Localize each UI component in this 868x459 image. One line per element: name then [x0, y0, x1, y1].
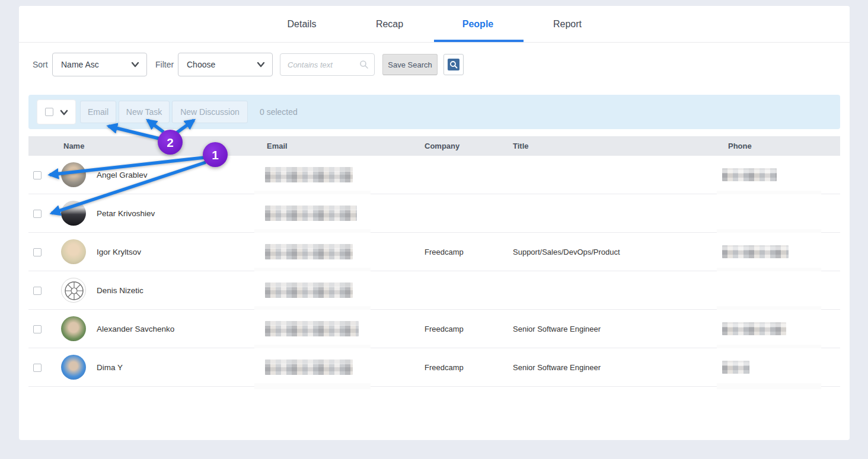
- table-row[interactable]: Angel Grablev: [28, 156, 840, 194]
- col-header-title: Title: [513, 136, 529, 156]
- avatar: [61, 162, 86, 187]
- table-row[interactable]: Denis Nizetic: [28, 271, 840, 310]
- person-name: Petar Krivoshiev: [97, 194, 155, 233]
- redacted-phone: [722, 168, 777, 181]
- tab-people[interactable]: People: [462, 6, 493, 43]
- avatar: [61, 201, 86, 226]
- company-cell: Freedcamp: [425, 233, 464, 271]
- active-tab-underline: [434, 40, 524, 42]
- redacted-phone: [722, 322, 786, 335]
- filter-label: Filter: [155, 53, 174, 76]
- chevron-down-icon: [257, 60, 265, 69]
- redaction-ghost: [717, 383, 821, 389]
- people-table: Name Email Company Title Phone Angel Gra…: [28, 136, 840, 387]
- content-card: Details Recap People Report Sort Name As…: [19, 6, 850, 440]
- redacted-email: [265, 206, 357, 221]
- redacted-email: [265, 244, 353, 259]
- contains-text-searchbox: [280, 53, 375, 76]
- new-task-button[interactable]: New Task: [119, 101, 170, 123]
- person-name: Angel Grablev: [97, 156, 148, 194]
- title-cell: Support/Sales/DevOps/Product: [513, 233, 620, 271]
- table-row[interactable]: Dima Y Freedcamp Senior Software Enginee…: [28, 348, 840, 387]
- sort-filter-toolbar: Sort Name Asc Filter Choose Save Search: [19, 53, 850, 76]
- redacted-email: [265, 167, 353, 182]
- sort-dropdown-value: Name Asc: [61, 53, 99, 76]
- row-checkbox[interactable]: [33, 210, 42, 218]
- tab-recap[interactable]: Recap: [376, 6, 403, 43]
- table-header: Name Email Company Title Phone: [28, 136, 840, 156]
- dharma-wheel-avatar: [61, 278, 86, 303]
- row-checkbox[interactable]: [33, 325, 42, 333]
- bulk-action-bar: Email New Task New Discussion 0 selected: [28, 95, 840, 129]
- tab-bar: Details Recap People Report: [19, 6, 850, 43]
- table-row[interactable]: Alexander Savchenko Freedcamp Senior Sof…: [28, 310, 840, 348]
- person-name: Alexander Savchenko: [97, 310, 174, 348]
- tab-report[interactable]: Report: [553, 6, 582, 43]
- person-name: Igor Kryltsov: [97, 233, 141, 271]
- table-row[interactable]: Petar Krivoshiev: [28, 194, 840, 233]
- title-cell: Senior Software Engineer: [513, 348, 601, 387]
- email-button[interactable]: Email: [80, 101, 116, 123]
- new-discussion-button[interactable]: New Discussion: [172, 101, 248, 123]
- row-checkbox[interactable]: [33, 364, 42, 372]
- select-all-checkbox[interactable]: [45, 108, 53, 116]
- search-input[interactable]: [288, 54, 359, 75]
- save-search-button[interactable]: Save Search: [382, 54, 438, 75]
- company-cell: Freedcamp: [425, 310, 464, 348]
- redacted-phone: [722, 361, 749, 374]
- redaction-ghost: [254, 383, 371, 389]
- person-name: Dima Y: [97, 348, 123, 387]
- row-checkbox[interactable]: [33, 248, 42, 256]
- col-header-phone: Phone: [728, 136, 752, 156]
- row-checkbox[interactable]: [33, 171, 42, 179]
- redacted-email: [265, 360, 353, 375]
- select-all-button[interactable]: [37, 99, 76, 124]
- company-cell: Freedcamp: [425, 348, 464, 387]
- redacted-email: [265, 283, 353, 298]
- search-icon: [359, 60, 369, 69]
- col-header-email: Email: [267, 136, 288, 156]
- folder-magnifier-icon: [448, 59, 459, 70]
- table-row[interactable]: Igor Kryltsov Freedcamp Support/Sales/De…: [28, 233, 840, 271]
- redacted-phone: [722, 245, 789, 258]
- avatar: [61, 316, 86, 341]
- col-header-company: Company: [425, 136, 459, 156]
- sort-dropdown[interactable]: Name Asc: [52, 53, 147, 76]
- sort-label: Sort: [33, 53, 48, 76]
- col-header-name: Name: [63, 136, 84, 156]
- title-cell: Senior Software Engineer: [513, 310, 601, 348]
- row-checkbox[interactable]: [33, 287, 42, 295]
- chevron-down-icon: [131, 60, 139, 69]
- tab-details[interactable]: Details: [288, 6, 317, 43]
- selected-count: 0 selected: [260, 95, 298, 129]
- avatar: [61, 355, 86, 380]
- person-name: Denis Nizetic: [97, 271, 143, 310]
- saved-searches-button[interactable]: [443, 54, 464, 75]
- redacted-email: [265, 321, 359, 336]
- filter-dropdown-value: Choose: [187, 53, 215, 76]
- filter-dropdown[interactable]: Choose: [178, 53, 273, 76]
- chevron-down-icon: [60, 109, 68, 116]
- avatar: [61, 239, 86, 264]
